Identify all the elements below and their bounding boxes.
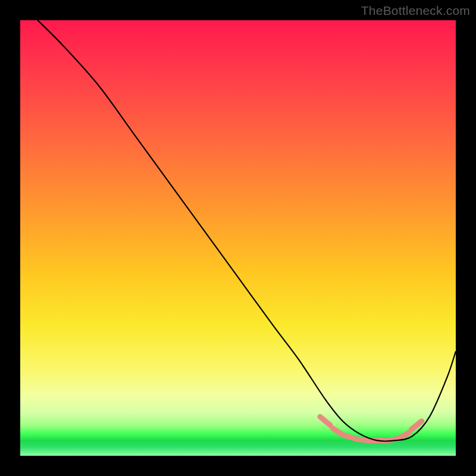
chart-frame: TheBottleneck.com (0, 0, 476, 476)
highlight-dash (333, 428, 344, 436)
highlight-dash (412, 421, 422, 430)
plot-area (20, 20, 456, 456)
highlight-band (320, 416, 422, 441)
bottleneck-curve (37, 20, 456, 441)
watermark-text: TheBottleneck.com (361, 4, 470, 18)
curve-layer (20, 20, 456, 456)
highlight-dash (320, 416, 330, 425)
